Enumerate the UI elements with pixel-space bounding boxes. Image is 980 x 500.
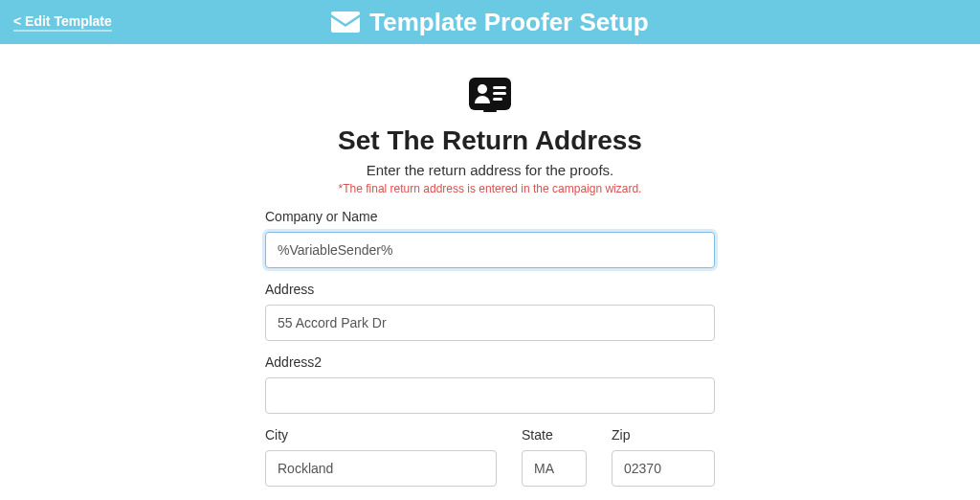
- contact-card-icon: [469, 78, 511, 116]
- company-input[interactable]: [265, 232, 715, 268]
- city-label: City: [265, 427, 497, 443]
- envelope-icon: [331, 11, 360, 33]
- address2-label: Address2: [265, 354, 715, 370]
- return-address-form: Company or Name Address Address2 City St…: [265, 209, 715, 500]
- address-input[interactable]: [265, 305, 715, 341]
- state-input[interactable]: [522, 450, 587, 487]
- section-note: *The final return address is entered in …: [265, 182, 715, 195]
- svg-point-2: [478, 84, 487, 94]
- city-input[interactable]: [265, 450, 497, 487]
- page-title: Template Proofer Setup: [369, 8, 648, 37]
- svg-rect-4: [493, 92, 506, 95]
- zip-label: Zip: [612, 427, 715, 443]
- company-label: Company or Name: [265, 209, 715, 224]
- svg-rect-1: [483, 110, 497, 112]
- header-title-wrap: Template Proofer Setup: [331, 8, 648, 37]
- section-subtext: Enter the return address for the proofs.: [265, 162, 715, 178]
- address-label: Address: [265, 282, 715, 297]
- app-header: < Edit Template Template Proofer Setup: [0, 0, 980, 44]
- address2-input[interactable]: [265, 377, 715, 414]
- state-label: State: [522, 427, 587, 443]
- edit-template-link[interactable]: < Edit Template: [13, 13, 112, 32]
- svg-rect-5: [493, 98, 502, 101]
- svg-rect-3: [493, 86, 506, 89]
- zip-input[interactable]: [612, 450, 715, 487]
- section-heading: Set The Return Address: [265, 125, 715, 156]
